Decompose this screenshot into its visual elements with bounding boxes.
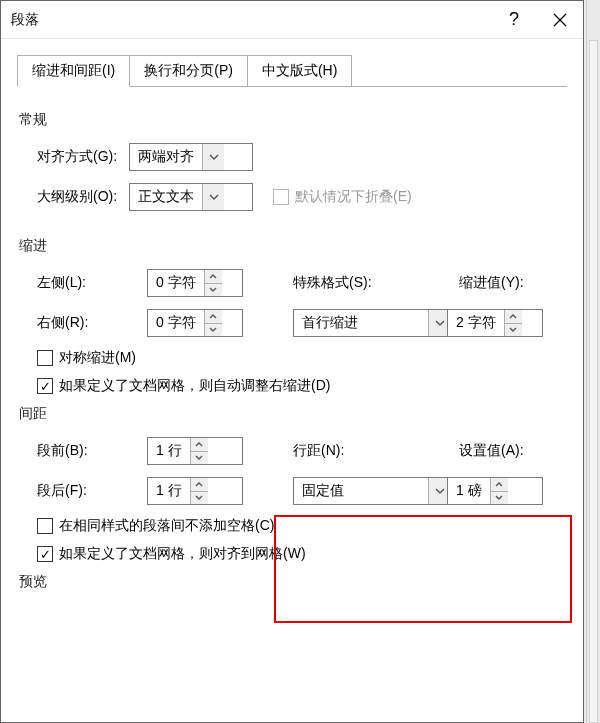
collapsed-label: 默认情况下折叠(E) [295, 188, 412, 206]
section-spacing: 间距 [19, 405, 565, 423]
special-select[interactable]: 首行缩进 [293, 309, 451, 337]
indent-right-stepper[interactable]: 0 字符 [147, 309, 243, 337]
line-spacing-select[interactable]: 固定值 [293, 477, 451, 505]
alignment-label: 对齐方式(G): [19, 148, 129, 166]
snap-grid-label: 如果定义了文档网格，则对齐到网格(W) [59, 545, 306, 563]
section-indentation: 缩进 [19, 237, 565, 255]
special-label: 特殊格式(S): [267, 274, 435, 292]
space-before-label: 段前(B): [19, 442, 147, 460]
dialog-title: 段落 [11, 11, 39, 29]
close-button[interactable] [537, 1, 583, 39]
section-preview: 预览 [19, 573, 565, 591]
indent-left-label: 左侧(L): [19, 274, 147, 292]
arrow-down-icon[interactable] [491, 491, 508, 505]
outline-label: 大纲级别(O): [19, 188, 129, 206]
arrow-down-icon[interactable] [205, 283, 222, 297]
arrow-up-icon[interactable] [205, 270, 222, 283]
help-button[interactable]: ? [491, 1, 537, 39]
no-space-between-checkbox[interactable] [37, 518, 53, 534]
arrow-up-icon[interactable] [505, 310, 522, 323]
close-icon [553, 13, 567, 27]
indent-right-label: 右侧(R): [19, 314, 147, 332]
alignment-select[interactable]: 两端对齐 [129, 143, 253, 171]
line-spacing-label: 行距(N): [267, 442, 435, 460]
by-stepper[interactable]: 2 字符 [447, 309, 543, 337]
space-after-label: 段后(F): [19, 482, 147, 500]
at-stepper[interactable]: 1 磅 [447, 477, 543, 505]
no-space-between-label: 在相同样式的段落间不添加空格(C) [59, 517, 274, 535]
arrow-up-icon[interactable] [191, 478, 208, 491]
section-general: 常规 [19, 111, 565, 129]
space-before-stepper[interactable]: 1 行 [147, 437, 243, 465]
window-edge [586, 0, 600, 723]
arrow-down-icon[interactable] [205, 323, 222, 337]
help-icon: ? [509, 9, 519, 30]
arrow-up-icon[interactable] [205, 310, 222, 323]
collapsed-checkbox [273, 189, 289, 205]
arrow-down-icon[interactable] [191, 451, 208, 465]
arrow-up-icon[interactable] [491, 478, 508, 491]
at-label: 设置值(A): [435, 442, 555, 460]
outline-select[interactable]: 正文文本 [129, 183, 253, 211]
arrow-up-icon[interactable] [191, 438, 208, 451]
mirror-indent-label: 对称缩进(M) [59, 349, 136, 367]
indent-left-stepper[interactable]: 0 字符 [147, 269, 243, 297]
chevron-down-icon [202, 184, 224, 210]
mirror-indent-checkbox[interactable] [37, 350, 53, 366]
tab-strip: 缩进和间距(I) 换行和分页(P) 中文版式(H) [1, 39, 583, 87]
space-after-stepper[interactable]: 1 行 [147, 477, 243, 505]
tab-asian-typography[interactable]: 中文版式(H) [247, 55, 352, 87]
auto-adjust-indent-label: 如果定义了文档网格，则自动调整右缩进(D) [59, 377, 330, 395]
tab-line-page-breaks[interactable]: 换行和分页(P) [129, 55, 248, 87]
titlebar: 段落 ? [1, 1, 583, 39]
by-label: 缩进值(Y): [435, 274, 555, 292]
chevron-down-icon [202, 144, 224, 170]
arrow-down-icon[interactable] [191, 491, 208, 505]
snap-grid-checkbox[interactable] [37, 546, 53, 562]
auto-adjust-indent-checkbox[interactable] [37, 378, 53, 394]
tab-indent-spacing[interactable]: 缩进和间距(I) [17, 55, 130, 87]
arrow-down-icon[interactable] [505, 323, 522, 337]
